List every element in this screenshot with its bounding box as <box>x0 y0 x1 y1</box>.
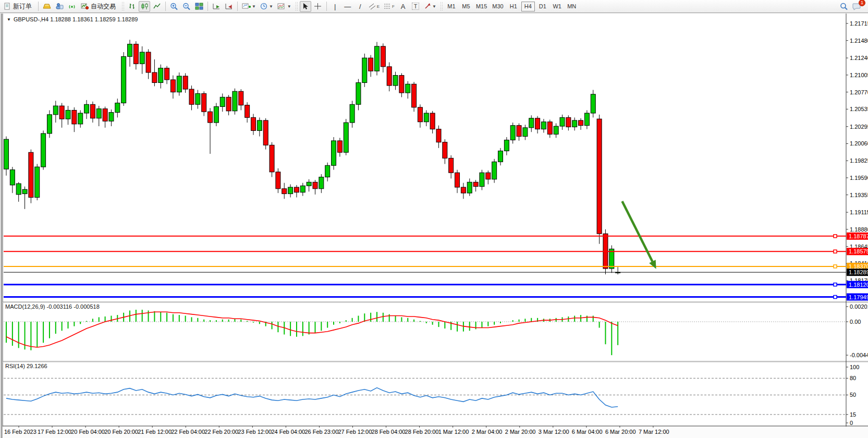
indicators-button[interactable]: ▼ <box>276 1 293 12</box>
timeframe-m30[interactable]: M30 <box>490 2 505 11</box>
price-axis-tick: 1.19590 <box>850 175 868 181</box>
candle-body <box>22 189 27 193</box>
candle-body <box>369 58 373 71</box>
vertical-line-tool[interactable]: | <box>329 1 341 12</box>
candle-body <box>510 126 515 140</box>
notifications-button[interactable]: 1 <box>851 1 863 12</box>
candle-body <box>554 126 558 134</box>
candle-body <box>436 129 441 142</box>
channel-tool[interactable]: E <box>367 1 381 12</box>
collapse-icon[interactable]: ▼ <box>7 17 11 22</box>
candle-body <box>72 110 77 124</box>
line-anchor-handle[interactable] <box>834 283 837 286</box>
candle-body <box>387 67 392 86</box>
zoom-in-button[interactable] <box>168 1 180 12</box>
signals-button[interactable] <box>66 1 78 12</box>
line-anchor-handle[interactable] <box>834 250 837 253</box>
date-axis-label: 20 Feb 04:00 <box>71 429 105 435</box>
timeframe-h4[interactable]: H4 <box>521 2 535 11</box>
date-axis-label: 21 Feb 12:00 <box>138 429 172 435</box>
fibonacci-tool[interactable]: F <box>382 1 396 12</box>
rsi-axis-tick: 100 <box>850 364 859 370</box>
line-anchor-handle[interactable] <box>834 296 837 299</box>
date-axis-label: 2 Mar 20:00 <box>505 429 536 435</box>
candle-body <box>35 167 40 198</box>
market-depth-button[interactable] <box>41 1 53 12</box>
text-label-icon: T <box>412 3 420 10</box>
line-chart-button[interactable] <box>151 1 163 12</box>
candle-body <box>455 173 460 187</box>
date-axis-label: 28 Feb 20:00 <box>405 429 439 435</box>
candle-body <box>16 184 21 194</box>
auto-scroll-icon <box>212 3 221 10</box>
horizontal-line-tool[interactable]: — <box>342 1 353 12</box>
candle-body <box>165 68 169 80</box>
candle-body <box>53 106 58 115</box>
timeframe-h1[interactable]: H1 <box>507 2 520 11</box>
chevron-down-icon: ▼ <box>432 4 436 9</box>
macd-axis-tick: -0.004451 <box>850 352 868 358</box>
candle-body <box>461 187 466 193</box>
terminal-button[interactable] <box>54 1 65 12</box>
timeframe-m1[interactable]: M1 <box>445 2 458 11</box>
candle-body <box>239 91 243 105</box>
candlestick-chart-button[interactable] <box>139 1 150 12</box>
timeframe-w1[interactable]: W1 <box>551 2 564 11</box>
rsi-axis-tick: 0 <box>850 420 853 426</box>
tile-windows-button[interactable] <box>193 1 205 12</box>
gold-icon <box>43 3 51 10</box>
cursor-button[interactable] <box>300 1 311 12</box>
fibonacci-letter: F <box>392 4 395 9</box>
candle-body <box>449 158 454 173</box>
auto-scroll-button[interactable] <box>211 1 222 12</box>
rsi-axis-tick: 50 <box>850 392 856 398</box>
search-icon <box>840 3 848 10</box>
timeframe-d1[interactable]: D1 <box>536 2 549 11</box>
line-anchor-handle[interactable] <box>834 265 837 268</box>
indicators-icon <box>277 3 286 10</box>
new-chart-icon <box>242 3 251 10</box>
candle-body <box>498 151 503 162</box>
search-button[interactable] <box>838 1 850 12</box>
date-axis-label: 16 Feb 2023 <box>4 429 36 435</box>
candle-body <box>288 187 293 194</box>
periods-button[interactable]: ▼ <box>259 1 275 12</box>
text-label-tool[interactable]: T <box>410 1 421 12</box>
text-tool[interactable]: A <box>397 1 409 12</box>
chart-shift-button[interactable] <box>223 1 235 12</box>
timeframe-m5[interactable]: M5 <box>459 2 473 11</box>
candle-body <box>10 170 15 185</box>
new-order-button[interactable]: 新订单 <box>2 1 35 12</box>
candle-body <box>541 122 546 129</box>
chevron-down-icon: ▼ <box>287 4 291 9</box>
date-axis-label: 26 Feb 23:00 <box>304 429 338 435</box>
timeframe-mn[interactable]: MN <box>565 2 579 11</box>
date-axis-label: 22 Feb 04:00 <box>171 429 205 435</box>
price-axis-tick: 1.21240 <box>850 55 868 61</box>
crosshair-button[interactable] <box>312 1 324 12</box>
chart-window[interactable]: ▼ GBPUSD-,H4 1.18288 1.18361 1.18259 1.1… <box>0 14 868 438</box>
bar-chart-button[interactable] <box>126 1 138 12</box>
candle-body <box>406 84 410 93</box>
candle-body <box>270 145 274 172</box>
zoom-out-button[interactable] <box>181 1 192 12</box>
line-anchor-handle[interactable] <box>834 235 837 238</box>
timeframe-m15[interactable]: M15 <box>474 2 489 11</box>
candle-body <box>121 56 126 103</box>
candle-body <box>29 152 33 197</box>
candle-body <box>214 106 218 123</box>
arrows-tool[interactable]: ▼ <box>422 1 438 12</box>
new-chart-button[interactable]: ▼ <box>240 1 258 12</box>
date-axis-label: 27 Feb 12:00 <box>338 429 372 435</box>
autotrading-icon <box>81 3 89 10</box>
autotrading-button[interactable]: 自动交易 <box>79 1 119 12</box>
chart-canvas[interactable]: 1.217151.214801.212401.210051.207701.205… <box>3 14 868 438</box>
macd-label: MACD(12,26,9) -0.003116 -0.000518 <box>5 303 100 310</box>
trendline-tool[interactable]: / <box>354 1 366 12</box>
candle-body <box>41 133 46 167</box>
date-axis-label: 6 Mar 04:00 <box>572 429 603 435</box>
candle-body <box>300 186 305 192</box>
price-line-label: 1.18787 <box>849 233 868 239</box>
candle-body <box>220 97 225 106</box>
candle-body <box>170 80 175 92</box>
